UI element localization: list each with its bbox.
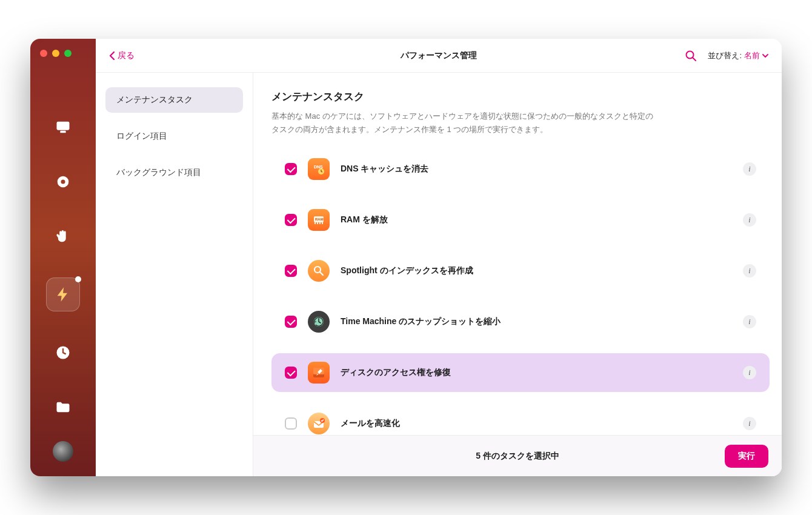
task-row[interactable]: DNS DNS キャッシュを消去 i [271,150,770,188]
subnav: メンテナンスタスク ログイン項目 バックグラウンド項目 [96,73,253,476]
task-name: Spotlight のインデックスを再作成 [341,265,473,276]
content-description: 基本的な Mac のケアには、ソフトウェアとハードウェアを適切な状態に保つための… [271,110,659,136]
task-name: ディスクのアクセス権を修復 [341,367,451,378]
subnav-background-items[interactable]: バックグラウンド項目 [105,160,243,185]
svg-point-5 [687,51,694,58]
task-checkbox[interactable] [285,417,297,430]
disk-repair-icon [308,362,330,384]
sort-control[interactable]: 並び替え: 名前 [708,50,768,61]
svg-rect-14 [322,222,323,224]
svg-text:RAM: RAM [315,218,324,221]
chevron-left-icon [109,51,115,60]
mail-icon [308,413,330,434]
rail-nav [46,114,80,441]
app-window: 戻る パフォーマンス管理 並び替え: 名前 メンテナンスタスク ログイン項目 バ… [30,39,782,476]
close-window-button[interactable] [40,50,47,57]
svg-rect-0 [57,122,70,130]
fullscreen-window-button[interactable] [64,50,72,57]
run-button[interactable]: 実行 [725,445,768,468]
window-controls [40,50,72,57]
body: メンテナンスタスク ログイン項目 バックグラウンド項目 メンテナンスタスク 基本… [96,73,782,476]
apps-icon [55,344,72,361]
svg-rect-11 [314,222,316,224]
task-name: DNS キャッシュを消去 [341,164,428,174]
scan-icon [55,173,72,190]
rail-privacy-icon[interactable] [50,223,76,250]
minimize-window-button[interactable] [52,50,59,57]
task-row-selected[interactable]: ディスクのアクセス権を修復 i [271,353,770,392]
task-checkbox[interactable] [285,316,297,328]
subnav-maintenance[interactable]: メンテナンスタスク [105,87,243,113]
back-button[interactable]: 戻る [109,50,135,61]
content-heading: メンテナンスタスク [271,90,770,104]
task-list: DNS DNS キャッシュを消去 i RAM RAM を解放 i Spotlig… [271,150,770,476]
task-name: Time Machine のスナップショットを縮小 [341,316,501,327]
rail-performance-icon[interactable] [46,277,80,311]
topbar-right: 並び替え: 名前 [685,50,768,62]
svg-point-3 [61,180,65,184]
svg-line-6 [693,58,696,61]
hand-icon [55,228,72,245]
rail-apps-icon[interactable] [50,339,76,366]
sort-label: 並び替え: [708,50,742,61]
rail-protection-icon[interactable] [50,168,76,195]
main-panel: 戻る パフォーマンス管理 並び替え: 名前 メンテナンスタスク ログイン項目 バ… [96,39,782,476]
svg-rect-12 [317,222,318,224]
search-icon[interactable] [685,50,697,62]
task-name: メールを高速化 [341,418,400,429]
page-title: パフォーマンス管理 [401,50,477,61]
task-row[interactable]: Time Machine のスナップショットを縮小 i [271,302,770,341]
ram-icon: RAM [308,209,330,231]
svg-text:DNS: DNS [314,165,323,169]
lightning-icon [55,286,72,303]
svg-rect-1 [60,131,65,133]
task-checkbox[interactable] [285,265,297,277]
rail-files-icon[interactable] [50,394,76,420]
task-checkbox[interactable] [285,163,297,175]
user-avatar[interactable] [53,441,73,462]
svg-line-16 [320,272,323,275]
svg-rect-13 [319,222,321,224]
footer-bar: 5 件のタスクを選択中 実行 [253,435,782,476]
folder-icon [55,399,72,416]
monitor-icon [55,119,72,136]
task-checkbox[interactable] [285,367,297,379]
info-button[interactable]: i [743,264,756,277]
task-row[interactable]: RAM RAM を解放 i [271,201,770,239]
sort-value: 名前 [744,50,760,61]
info-button[interactable]: i [743,417,756,430]
back-label: 戻る [118,50,135,61]
task-checkbox[interactable] [285,214,297,226]
selection-status: 5 件のタスクを選択中 [476,451,559,462]
task-name: RAM を解放 [341,214,388,225]
app-rail [30,39,96,476]
dns-icon: DNS [308,158,330,180]
info-button[interactable]: i [743,315,756,328]
info-button[interactable]: i [743,366,756,379]
info-button[interactable]: i [743,162,756,176]
content: メンテナンスタスク 基本的な Mac のケアには、ソフトウェアとハードウェアを適… [253,73,782,476]
spotlight-icon [308,260,330,282]
timemachine-icon [308,311,330,333]
topbar: 戻る パフォーマンス管理 並び替え: 名前 [96,39,782,73]
task-row[interactable]: Spotlight のインデックスを再作成 i [271,251,770,290]
subnav-login-items[interactable]: ログイン項目 [105,124,243,149]
rail-cleanup-icon[interactable] [50,114,76,141]
chevron-down-icon [762,53,768,58]
info-button[interactable]: i [743,213,756,227]
